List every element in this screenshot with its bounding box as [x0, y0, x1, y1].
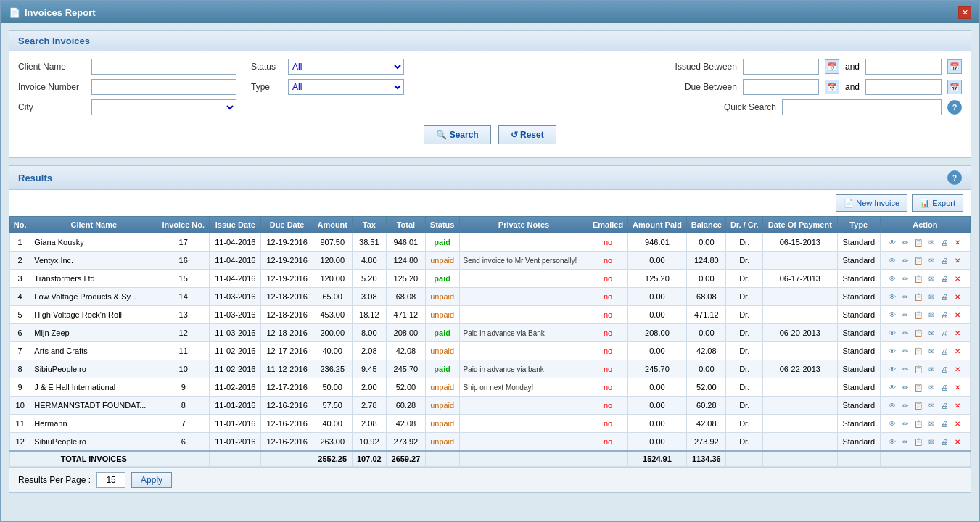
- due-to-input[interactable]: __ - __ - ____: [865, 79, 942, 95]
- view-icon[interactable]: 👁: [886, 327, 898, 339]
- delete-icon[interactable]: ✕: [952, 418, 963, 429]
- view-icon[interactable]: 👁: [886, 254, 898, 266]
- cell-action[interactable]: 👁 ✏ 📋 ✉ 🖨 ✕: [880, 252, 970, 270]
- print-icon[interactable]: 🖨: [939, 363, 950, 375]
- cell-action[interactable]: 👁 ✏ 📋 ✉ 🖨 ✕: [880, 378, 970, 397]
- invoice-number-input[interactable]: [91, 79, 236, 95]
- view-icon[interactable]: 👁: [886, 363, 898, 375]
- copy-icon[interactable]: 📋: [913, 327, 924, 339]
- search-button[interactable]: 🔍 Search: [424, 125, 490, 144]
- edit-icon[interactable]: ✏: [899, 399, 911, 411]
- email-icon[interactable]: ✉: [926, 363, 937, 375]
- delete-icon[interactable]: ✕: [952, 236, 963, 248]
- delete-icon[interactable]: ✕: [952, 436, 963, 447]
- view-icon[interactable]: 👁: [886, 309, 898, 320]
- due-from-calendar-icon[interactable]: 📅: [825, 80, 839, 94]
- copy-icon[interactable]: 📋: [913, 381, 924, 393]
- view-icon[interactable]: 👁: [886, 381, 898, 393]
- edit-icon[interactable]: ✏: [899, 309, 911, 320]
- edit-icon[interactable]: ✏: [899, 363, 911, 375]
- delete-icon[interactable]: ✕: [952, 345, 963, 357]
- quick-search-help-icon[interactable]: ?: [947, 100, 962, 115]
- email-icon[interactable]: ✉: [926, 418, 937, 429]
- print-icon[interactable]: 🖨: [939, 254, 950, 266]
- per-page-input[interactable]: [96, 472, 125, 488]
- print-icon[interactable]: 🖨: [939, 436, 950, 447]
- type-select[interactable]: All Standard Credit Note: [288, 79, 404, 95]
- print-icon[interactable]: 🖨: [939, 273, 950, 284]
- email-icon[interactable]: ✉: [926, 399, 937, 411]
- copy-icon[interactable]: 📋: [913, 273, 924, 284]
- email-icon[interactable]: ✉: [926, 436, 937, 447]
- view-icon[interactable]: 👁: [886, 273, 898, 284]
- email-icon[interactable]: ✉: [926, 291, 937, 302]
- copy-icon[interactable]: 📋: [913, 254, 924, 266]
- email-icon[interactable]: ✉: [926, 254, 937, 266]
- issued-from-input[interactable]: 11 - 01 - 2016: [743, 59, 819, 75]
- edit-icon[interactable]: ✏: [899, 327, 911, 339]
- email-icon[interactable]: ✉: [926, 236, 937, 248]
- view-icon[interactable]: 👁: [886, 399, 898, 411]
- export-button[interactable]: 📊 Export: [912, 194, 963, 212]
- email-icon[interactable]: ✉: [926, 309, 937, 320]
- print-icon[interactable]: 🖨: [939, 381, 950, 393]
- issued-to-input[interactable]: 11 - 30 - 2016: [865, 59, 942, 75]
- status-select[interactable]: All Paid Unpaid: [288, 59, 404, 75]
- delete-icon[interactable]: ✕: [952, 399, 963, 411]
- print-icon[interactable]: 🖨: [939, 327, 950, 339]
- edit-icon[interactable]: ✏: [899, 236, 911, 248]
- email-icon[interactable]: ✉: [926, 345, 937, 357]
- copy-icon[interactable]: 📋: [913, 309, 924, 320]
- cell-action[interactable]: 👁 ✏ 📋 ✉ 🖨 ✕: [880, 306, 970, 324]
- copy-icon[interactable]: 📋: [913, 399, 924, 411]
- edit-icon[interactable]: ✏: [899, 381, 911, 393]
- issued-from-calendar-icon[interactable]: 📅: [825, 59, 839, 74]
- delete-icon[interactable]: ✕: [952, 309, 963, 320]
- edit-icon[interactable]: ✏: [899, 345, 911, 357]
- cell-action[interactable]: 👁 ✏ 📋 ✉ 🖨 ✕: [880, 233, 970, 252]
- print-icon[interactable]: 🖨: [939, 236, 950, 248]
- reset-button[interactable]: ↺ Reset: [498, 125, 556, 144]
- cell-action[interactable]: 👁 ✏ 📋 ✉ 🖨 ✕: [880, 270, 970, 288]
- cell-action[interactable]: 👁 ✏ 📋 ✉ 🖨 ✕: [880, 360, 970, 378]
- print-icon[interactable]: 🖨: [939, 345, 950, 357]
- print-icon[interactable]: 🖨: [939, 418, 950, 429]
- delete-icon[interactable]: ✕: [952, 363, 963, 375]
- view-icon[interactable]: 👁: [886, 418, 898, 429]
- copy-icon[interactable]: 📋: [913, 436, 924, 447]
- view-icon[interactable]: 👁: [886, 436, 898, 447]
- print-icon[interactable]: 🖨: [939, 291, 950, 302]
- quick-search-input[interactable]: [782, 99, 942, 115]
- copy-icon[interactable]: 📋: [913, 418, 924, 429]
- email-icon[interactable]: ✉: [926, 381, 937, 393]
- edit-icon[interactable]: ✏: [899, 436, 911, 447]
- due-to-calendar-icon[interactable]: 📅: [947, 80, 962, 94]
- edit-icon[interactable]: ✏: [899, 273, 911, 284]
- email-icon[interactable]: ✉: [926, 327, 937, 339]
- new-invoice-button[interactable]: 📄 New Invoice: [836, 194, 907, 212]
- delete-icon[interactable]: ✕: [952, 254, 963, 266]
- apply-button[interactable]: Apply: [131, 472, 172, 488]
- view-icon[interactable]: 👁: [886, 291, 898, 302]
- print-icon[interactable]: 🖨: [939, 399, 950, 411]
- issued-to-calendar-icon[interactable]: 📅: [947, 59, 962, 74]
- cell-action[interactable]: 👁 ✏ 📋 ✉ 🖨 ✕: [880, 288, 970, 306]
- copy-icon[interactable]: 📋: [913, 363, 924, 375]
- edit-icon[interactable]: ✏: [899, 418, 911, 429]
- copy-icon[interactable]: 📋: [913, 291, 924, 302]
- email-icon[interactable]: ✉: [926, 273, 937, 284]
- cell-action[interactable]: 👁 ✏ 📋 ✉ 🖨 ✕: [880, 342, 970, 360]
- delete-icon[interactable]: ✕: [952, 291, 963, 302]
- cell-action[interactable]: 👁 ✏ 📋 ✉ 🖨 ✕: [880, 324, 970, 342]
- copy-icon[interactable]: 📋: [913, 236, 924, 248]
- edit-icon[interactable]: ✏: [899, 291, 911, 302]
- results-help-icon[interactable]: ?: [947, 170, 962, 185]
- delete-icon[interactable]: ✕: [952, 327, 963, 339]
- cell-action[interactable]: 👁 ✏ 📋 ✉ 🖨 ✕: [880, 415, 970, 433]
- close-button[interactable]: ✕: [958, 6, 971, 19]
- print-icon[interactable]: 🖨: [939, 309, 950, 320]
- due-from-input[interactable]: __ - __ - ____: [743, 79, 819, 95]
- cell-action[interactable]: 👁 ✏ 📋 ✉ 🖨 ✕: [880, 433, 970, 452]
- edit-icon[interactable]: ✏: [899, 254, 911, 266]
- copy-icon[interactable]: 📋: [913, 345, 924, 357]
